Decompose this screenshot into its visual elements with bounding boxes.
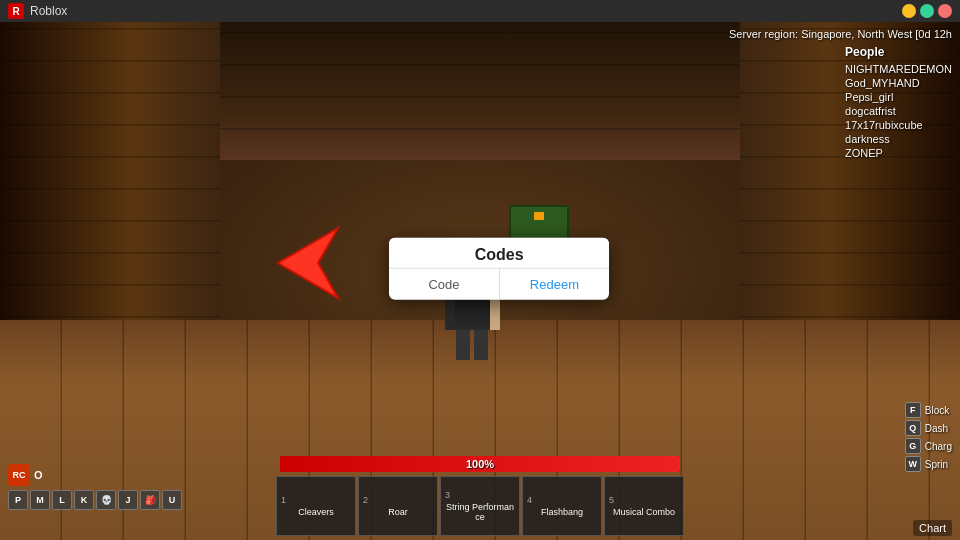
redeem-button[interactable]: Redeem bbox=[500, 269, 610, 300]
hotbar-slot[interactable]: 2Roar bbox=[358, 476, 438, 536]
hotbar-slot[interactable]: 4Flashbang bbox=[522, 476, 602, 536]
game-viewport: R Roblox Server region: Singapore, North… bbox=[0, 0, 960, 540]
keybind-label: Dash bbox=[925, 423, 948, 434]
icon-skull[interactable]: 💀 bbox=[96, 490, 116, 510]
roblox-icon: RC bbox=[8, 464, 30, 486]
rc-row: RC O bbox=[8, 464, 43, 486]
keybind-key: F bbox=[905, 402, 921, 418]
people-panel: People NIGHTMAREDEMONGod_MYHANDPepsi_gir… bbox=[845, 45, 952, 159]
close-button[interactable] bbox=[938, 4, 952, 18]
people-list-item: dogcatfrist bbox=[845, 105, 952, 117]
maximize-button[interactable] bbox=[920, 4, 934, 18]
code-input-button[interactable]: Code bbox=[389, 269, 500, 300]
health-bar-container: 100% bbox=[280, 456, 680, 472]
people-title: People bbox=[845, 45, 952, 59]
keybind-item: QDash bbox=[905, 420, 952, 436]
health-bar-background: 100% bbox=[280, 456, 680, 472]
keybind-key: Q bbox=[905, 420, 921, 436]
character-arm-right bbox=[490, 295, 500, 330]
bottom-left-icons: P M L K 💀 J 🎒 U bbox=[8, 490, 182, 510]
character-legs bbox=[456, 330, 488, 360]
hotbar-slot[interactable]: 3String Performan ce bbox=[440, 476, 520, 536]
server-info: Server region: Singapore, North West [0d… bbox=[729, 28, 952, 40]
keybind-key: G bbox=[905, 438, 921, 454]
hotbar-slot[interactable]: 5Musical Combo bbox=[604, 476, 684, 536]
people-list-item: darkness bbox=[845, 133, 952, 145]
codes-buttons: Code Redeem bbox=[389, 268, 609, 300]
codes-dialog-title: Codes bbox=[475, 246, 524, 263]
icon-k[interactable]: K bbox=[74, 490, 94, 510]
character-leg-right bbox=[474, 330, 488, 360]
codes-title-bar: Codes bbox=[389, 238, 609, 268]
keybind-item: FBlock bbox=[905, 402, 952, 418]
window-controls[interactable] bbox=[902, 4, 952, 18]
icon-j[interactable]: J bbox=[118, 490, 138, 510]
arrow-pointer bbox=[238, 218, 358, 312]
keybind-key: W bbox=[905, 456, 921, 472]
keybinds-panel: FBlockQDashGChargWSprin bbox=[905, 402, 952, 472]
character-arm-left bbox=[445, 295, 455, 330]
icon-p[interactable]: P bbox=[8, 490, 28, 510]
icon-backpack[interactable]: 🎒 bbox=[140, 490, 160, 510]
roblox-app-icon: R bbox=[8, 3, 24, 19]
people-list-item: NIGHTMAREDEMON bbox=[845, 63, 952, 75]
keybind-label: Sprin bbox=[925, 459, 948, 470]
minimize-button[interactable] bbox=[902, 4, 916, 18]
icon-m[interactable]: M bbox=[30, 490, 50, 510]
people-list-item: 17x17rubixcube bbox=[845, 119, 952, 131]
people-list-item: ZONEP bbox=[845, 147, 952, 159]
people-list-item: God_MYHAND bbox=[845, 77, 952, 89]
codes-dialog: Codes Code Redeem bbox=[389, 238, 609, 300]
keybind-item: GCharg bbox=[905, 438, 952, 454]
hotbar-slot[interactable]: 1Cleavers bbox=[276, 476, 356, 536]
people-list: NIGHTMAREDEMONGod_MYHANDPepsi_girldogcat… bbox=[845, 63, 952, 159]
window-title-bar: R Roblox bbox=[0, 0, 960, 22]
svg-marker-0 bbox=[278, 228, 338, 298]
icon-u[interactable]: U bbox=[162, 490, 182, 510]
window-title: Roblox bbox=[30, 4, 67, 18]
hotbar: 1Cleavers2Roar3String Performan ce4Flash… bbox=[276, 476, 684, 540]
icon-l[interactable]: L bbox=[52, 490, 72, 510]
notification-count: O bbox=[34, 469, 43, 481]
health-bar-text: 100% bbox=[466, 458, 494, 470]
people-list-item: Pepsi_girl bbox=[845, 91, 952, 103]
keybind-item: WSprin bbox=[905, 456, 952, 472]
character-leg-left bbox=[456, 330, 470, 360]
chart-button[interactable]: Chart bbox=[913, 520, 952, 536]
keybind-label: Charg bbox=[925, 441, 952, 452]
keybind-label: Block bbox=[925, 405, 949, 416]
